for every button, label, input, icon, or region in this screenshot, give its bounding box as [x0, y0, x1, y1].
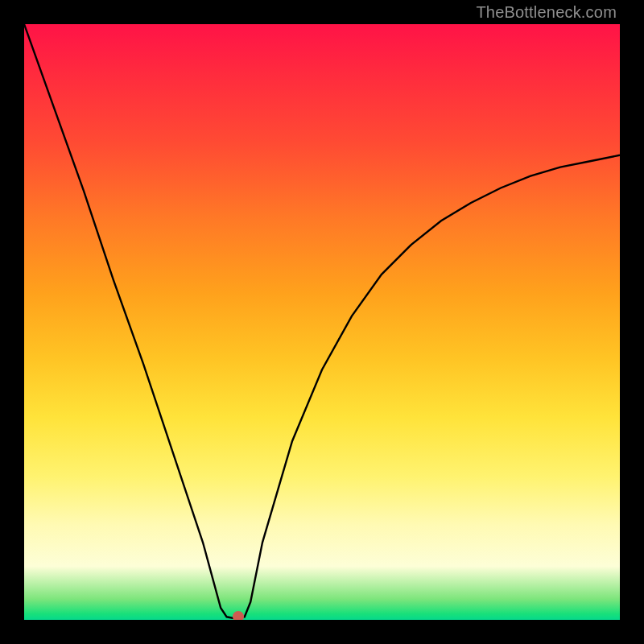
chart-frame: TheBottleneck.com	[0, 0, 644, 644]
plot-area	[24, 24, 620, 620]
watermark-text: TheBottleneck.com	[476, 3, 617, 22]
curve-svg	[24, 24, 620, 620]
bottleneck-curve	[24, 24, 620, 618]
optimal-point-marker	[233, 611, 244, 620]
